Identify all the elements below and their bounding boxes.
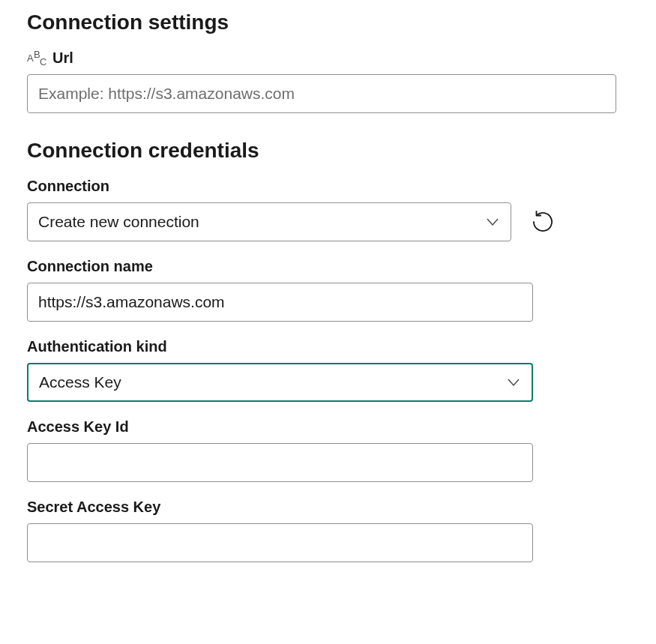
access-key-id-label: Access Key Id (27, 418, 129, 436)
url-input[interactable] (27, 74, 616, 113)
text-type-icon: ABC (27, 51, 46, 66)
connection-select-value: Create new connection (38, 213, 199, 231)
url-label: Url (52, 49, 73, 67)
refresh-icon (530, 209, 556, 235)
connection-name-input[interactable] (27, 283, 533, 322)
auth-kind-select[interactable]: Access Key (27, 363, 533, 402)
secret-access-key-input[interactable] (27, 523, 533, 562)
connection-name-field: Connection name (27, 258, 533, 322)
secret-access-key-field: Secret Access Key (27, 499, 533, 562)
refresh-button[interactable] (529, 208, 556, 235)
auth-kind-field: Authentication kind Access Key (27, 338, 533, 402)
connection-credentials-section: Connection credentials Connection Create… (27, 139, 629, 562)
connection-label: Connection (27, 178, 109, 195)
chevron-down-icon (485, 214, 500, 229)
connection-settings-section: Connection settings ABC Url (27, 10, 629, 113)
connection-settings-heading: Connection settings (27, 10, 629, 34)
access-key-id-input[interactable] (27, 443, 533, 482)
connection-name-label: Connection name (27, 258, 153, 275)
url-field: ABC Url (27, 49, 629, 113)
chevron-down-icon (506, 375, 521, 390)
connection-field: Connection Create new connection (27, 178, 629, 241)
access-key-id-field: Access Key Id (27, 418, 533, 482)
secret-access-key-label: Secret Access Key (27, 499, 160, 516)
url-label-row: ABC Url (27, 49, 629, 67)
auth-kind-label: Authentication kind (27, 338, 167, 355)
connection-select[interactable]: Create new connection (27, 202, 511, 241)
auth-kind-value: Access Key (39, 373, 121, 391)
connection-credentials-heading: Connection credentials (27, 139, 629, 163)
